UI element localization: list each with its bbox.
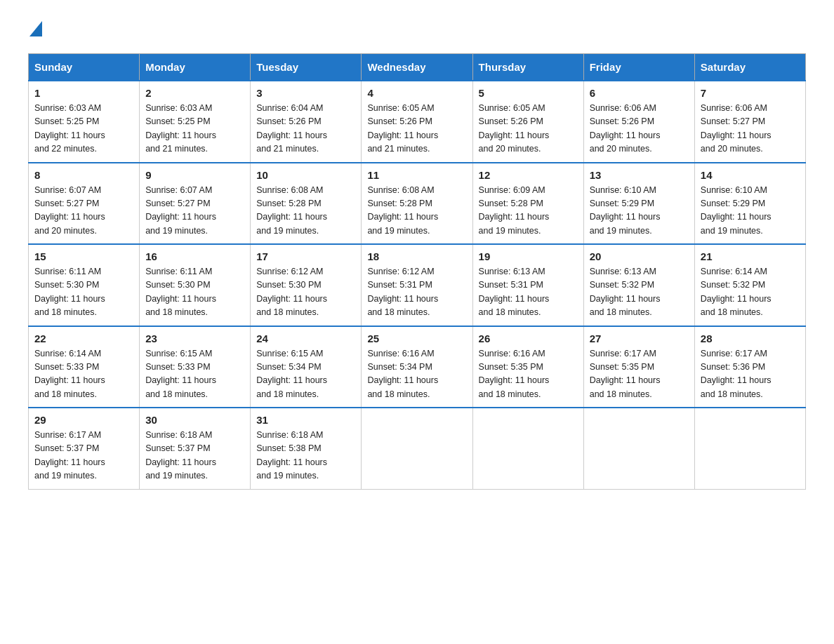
day-info: Sunrise: 6:11 AM Sunset: 5:30 PM Dayligh…: [34, 265, 133, 320]
column-header-sunday: Sunday: [29, 54, 140, 81]
calendar-cell: 31 Sunrise: 6:18 AM Sunset: 5:38 PM Dayl…: [251, 408, 362, 489]
day-number: 3: [256, 87, 355, 99]
day-info: Sunrise: 6:16 AM Sunset: 5:34 PM Dayligh…: [367, 347, 466, 402]
day-info: Sunrise: 6:12 AM Sunset: 5:31 PM Dayligh…: [367, 265, 466, 320]
page-header: [28, 21, 806, 39]
day-info: Sunrise: 6:03 AM Sunset: 5:25 PM Dayligh…: [34, 102, 133, 156]
column-header-friday: Friday: [583, 54, 694, 81]
day-info: Sunrise: 6:18 AM Sunset: 5:37 PM Dayligh…: [145, 429, 244, 483]
day-number: 11: [367, 169, 466, 181]
calendar-table: SundayMondayTuesdayWednesdayThursdayFrid…: [28, 53, 806, 490]
day-number: 31: [256, 414, 355, 426]
day-number: 6: [590, 87, 689, 99]
day-info: Sunrise: 6:03 AM Sunset: 5:25 PM Dayligh…: [145, 102, 244, 156]
week-row-4: 22 Sunrise: 6:14 AM Sunset: 5:33 PM Dayl…: [29, 326, 806, 408]
calendar-cell: 7 Sunrise: 6:06 AM Sunset: 5:27 PM Dayli…: [694, 81, 805, 163]
calendar-cell: 17 Sunrise: 6:12 AM Sunset: 5:30 PM Dayl…: [251, 244, 362, 326]
calendar-cell: 25 Sunrise: 6:16 AM Sunset: 5:34 PM Dayl…: [362, 326, 472, 408]
logo: [28, 21, 42, 39]
day-number: 5: [479, 87, 578, 99]
calendar-cell: 4 Sunrise: 6:05 AM Sunset: 5:26 PM Dayli…: [362, 81, 472, 163]
day-number: 7: [701, 87, 800, 99]
day-info: Sunrise: 6:17 AM Sunset: 5:35 PM Dayligh…: [590, 347, 689, 402]
day-number: 1: [34, 87, 133, 99]
day-number: 30: [145, 414, 244, 426]
day-info: Sunrise: 6:07 AM Sunset: 5:27 PM Dayligh…: [34, 184, 133, 239]
day-number: 17: [256, 250, 355, 262]
day-info: Sunrise: 6:12 AM Sunset: 5:30 PM Dayligh…: [256, 265, 355, 320]
day-info: Sunrise: 6:05 AM Sunset: 5:26 PM Dayligh…: [479, 102, 578, 156]
calendar-cell: 3 Sunrise: 6:04 AM Sunset: 5:26 PM Dayli…: [251, 81, 362, 163]
day-info: Sunrise: 6:10 AM Sunset: 5:29 PM Dayligh…: [701, 184, 800, 239]
day-info: Sunrise: 6:15 AM Sunset: 5:33 PM Dayligh…: [145, 347, 244, 402]
week-row-1: 1 Sunrise: 6:03 AM Sunset: 5:25 PM Dayli…: [29, 81, 806, 163]
day-info: Sunrise: 6:17 AM Sunset: 5:37 PM Dayligh…: [34, 429, 133, 483]
day-info: Sunrise: 6:18 AM Sunset: 5:38 PM Dayligh…: [256, 429, 355, 483]
day-info: Sunrise: 6:14 AM Sunset: 5:32 PM Dayligh…: [701, 265, 800, 320]
calendar-cell: 28 Sunrise: 6:17 AM Sunset: 5:36 PM Dayl…: [694, 326, 805, 408]
calendar-cell: 24 Sunrise: 6:15 AM Sunset: 5:34 PM Dayl…: [251, 326, 362, 408]
day-info: Sunrise: 6:06 AM Sunset: 5:26 PM Dayligh…: [590, 102, 689, 156]
svg-marker-0: [29, 21, 42, 36]
day-number: 8: [34, 169, 133, 181]
calendar-cell: 6 Sunrise: 6:06 AM Sunset: 5:26 PM Dayli…: [583, 81, 694, 163]
day-info: Sunrise: 6:16 AM Sunset: 5:35 PM Dayligh…: [479, 347, 578, 402]
column-header-wednesday: Wednesday: [362, 54, 472, 81]
calendar-cell: 23 Sunrise: 6:15 AM Sunset: 5:33 PM Dayl…: [140, 326, 251, 408]
day-number: 25: [367, 333, 466, 344]
week-row-2: 8 Sunrise: 6:07 AM Sunset: 5:27 PM Dayli…: [29, 163, 806, 245]
day-number: 29: [34, 414, 133, 426]
day-info: Sunrise: 6:09 AM Sunset: 5:28 PM Dayligh…: [479, 184, 578, 239]
day-info: Sunrise: 6:10 AM Sunset: 5:29 PM Dayligh…: [590, 184, 689, 239]
calendar-cell: 20 Sunrise: 6:13 AM Sunset: 5:32 PM Dayl…: [583, 244, 694, 326]
calendar-cell: 19 Sunrise: 6:13 AM Sunset: 5:31 PM Dayl…: [472, 244, 583, 326]
day-info: Sunrise: 6:04 AM Sunset: 5:26 PM Dayligh…: [256, 102, 355, 156]
day-info: Sunrise: 6:14 AM Sunset: 5:33 PM Dayligh…: [34, 347, 133, 402]
day-number: 14: [701, 169, 800, 181]
calendar-cell: 2 Sunrise: 6:03 AM Sunset: 5:25 PM Dayli…: [140, 81, 251, 163]
column-header-thursday: Thursday: [472, 54, 583, 81]
calendar-cell: 9 Sunrise: 6:07 AM Sunset: 5:27 PM Dayli…: [140, 163, 251, 245]
day-info: Sunrise: 6:08 AM Sunset: 5:28 PM Dayligh…: [367, 184, 466, 239]
day-info: Sunrise: 6:13 AM Sunset: 5:32 PM Dayligh…: [590, 265, 689, 320]
day-number: 9: [145, 169, 244, 181]
calendar-cell: 13 Sunrise: 6:10 AM Sunset: 5:29 PM Dayl…: [583, 163, 694, 245]
calendar-cell: 18 Sunrise: 6:12 AM Sunset: 5:31 PM Dayl…: [362, 244, 472, 326]
day-number: 19: [479, 250, 578, 262]
day-info: Sunrise: 6:17 AM Sunset: 5:36 PM Dayligh…: [701, 347, 800, 402]
day-number: 15: [34, 250, 133, 262]
calendar-cell: 15 Sunrise: 6:11 AM Sunset: 5:30 PM Dayl…: [29, 244, 140, 326]
calendar-cell: [694, 408, 805, 489]
day-number: 10: [256, 169, 355, 181]
day-number: 18: [367, 250, 466, 262]
day-number: 24: [256, 333, 355, 344]
column-header-saturday: Saturday: [694, 54, 805, 81]
day-info: Sunrise: 6:06 AM Sunset: 5:27 PM Dayligh…: [701, 102, 800, 156]
day-info: Sunrise: 6:08 AM Sunset: 5:28 PM Dayligh…: [256, 184, 355, 239]
week-row-5: 29 Sunrise: 6:17 AM Sunset: 5:37 PM Dayl…: [29, 408, 806, 489]
day-number: 22: [34, 333, 133, 344]
calendar-header-row: SundayMondayTuesdayWednesdayThursdayFrid…: [29, 54, 806, 81]
calendar-cell: 11 Sunrise: 6:08 AM Sunset: 5:28 PM Dayl…: [362, 163, 472, 245]
day-number: 23: [145, 333, 244, 344]
calendar-cell: 1 Sunrise: 6:03 AM Sunset: 5:25 PM Dayli…: [29, 81, 140, 163]
calendar-cell: 12 Sunrise: 6:09 AM Sunset: 5:28 PM Dayl…: [472, 163, 583, 245]
day-number: 21: [701, 250, 800, 262]
day-number: 28: [701, 333, 800, 344]
day-number: 12: [479, 169, 578, 181]
day-info: Sunrise: 6:15 AM Sunset: 5:34 PM Dayligh…: [256, 347, 355, 402]
column-header-tuesday: Tuesday: [251, 54, 362, 81]
day-number: 16: [145, 250, 244, 262]
calendar-cell: 8 Sunrise: 6:07 AM Sunset: 5:27 PM Dayli…: [29, 163, 140, 245]
day-info: Sunrise: 6:13 AM Sunset: 5:31 PM Dayligh…: [479, 265, 578, 320]
calendar-cell: 27 Sunrise: 6:17 AM Sunset: 5:35 PM Dayl…: [583, 326, 694, 408]
column-header-monday: Monday: [140, 54, 251, 81]
calendar-cell: 5 Sunrise: 6:05 AM Sunset: 5:26 PM Dayli…: [472, 81, 583, 163]
calendar-cell: 26 Sunrise: 6:16 AM Sunset: 5:35 PM Dayl…: [472, 326, 583, 408]
calendar-cell: [362, 408, 472, 489]
calendar-cell: [472, 408, 583, 489]
day-number: 4: [367, 87, 466, 99]
calendar-cell: 22 Sunrise: 6:14 AM Sunset: 5:33 PM Dayl…: [29, 326, 140, 408]
day-number: 20: [590, 250, 689, 262]
day-number: 13: [590, 169, 689, 181]
